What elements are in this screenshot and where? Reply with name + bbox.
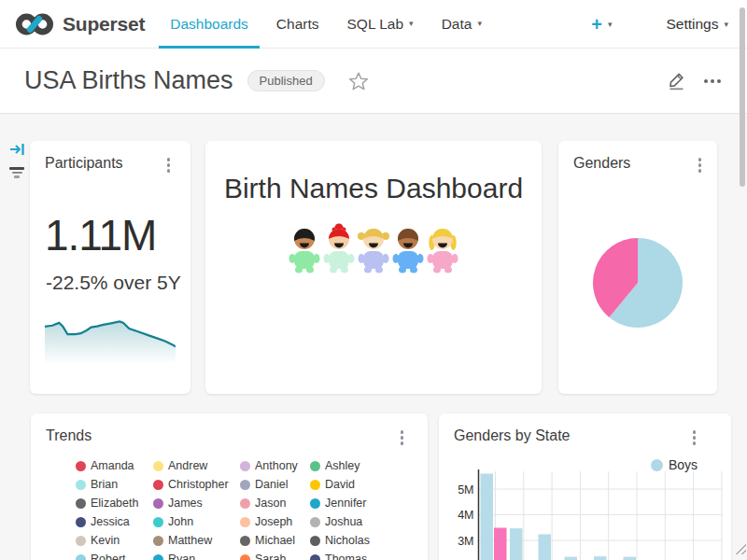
y-axis-tick: 5M (458, 483, 473, 497)
nav-item-data[interactable]: Data▾ (430, 0, 493, 49)
legend-swatch (76, 517, 86, 527)
legend-label: John (168, 515, 193, 528)
settings-menu[interactable]: Settings ▾ (666, 16, 728, 33)
legend-swatch (76, 461, 86, 471)
legend-label: Anthony (255, 459, 298, 472)
bar-boys (624, 557, 637, 560)
y-axis-tick: 3M (458, 535, 473, 548)
legend-label: Nicholas (325, 534, 370, 547)
pencil-icon (667, 71, 687, 91)
legend-swatch (76, 554, 86, 560)
bar-boys (594, 556, 607, 560)
legend-item-jason[interactable]: Jason (240, 497, 286, 510)
y-axis-tick: 4M (458, 509, 473, 522)
legend-item-thomas[interactable]: Thomas (310, 553, 367, 560)
legend-item-amanda[interactable]: Amanda (76, 459, 134, 472)
baby-emoji-row (205, 223, 542, 273)
legend-label: Joseph (255, 515, 292, 528)
legend-label: Andrew (168, 459, 207, 472)
legend-item-jessica[interactable]: Jessica (76, 515, 130, 528)
chart-title: Genders by State (454, 427, 571, 444)
nav-right: + ▾ Settings ▾ (591, 0, 728, 49)
published-badge[interactable]: Published (247, 70, 325, 91)
legend-label: Boys (669, 457, 698, 472)
legend-item-james[interactable]: James (153, 497, 203, 510)
legend-swatch (76, 498, 86, 509)
chart-menu-kebab-icon[interactable] (399, 428, 406, 447)
card-genders-by-state: 5M4M3M Genders by State Boys (439, 413, 731, 560)
nav-item-label: Data (442, 16, 472, 33)
legend-item-christopher[interactable]: Christopher (153, 478, 229, 491)
top-nav: Superset DashboardsChartsSQL Lab▾Data▾ +… (0, 0, 747, 49)
legend-item-ashley[interactable]: Ashley (310, 459, 360, 472)
legend-swatch (153, 480, 163, 490)
card-participants: Participants 1.11M -22.5% over 5Y (30, 141, 190, 394)
chart-menu-kebab-icon[interactable] (697, 156, 704, 175)
legend-swatch (310, 461, 320, 471)
superset-logo-link[interactable]: Superset (15, 10, 145, 38)
vertical-scrollbar[interactable] (740, 7, 745, 187)
superset-infinity-icon (15, 10, 54, 38)
legend-label: Daniel (255, 478, 288, 491)
card-resize-handle[interactable] (734, 542, 746, 554)
brand-name: Superset (63, 13, 145, 35)
legend-label: James (168, 497, 203, 510)
legend-item-ryan[interactable]: Ryan (153, 553, 195, 560)
legend-label: David (325, 478, 355, 491)
legend-item-jennifer[interactable]: Jennifer (310, 497, 366, 510)
chart-menu-kebab-icon[interactable] (165, 156, 173, 175)
new-item-button[interactable]: + ▾ (591, 15, 612, 34)
page-title: USA Births Names (24, 66, 233, 95)
nav-item-dashboards[interactable]: Dashboards (159, 0, 260, 49)
legend-label: Jennifer (325, 497, 366, 510)
sparkline-area-chart (45, 318, 176, 364)
card-genders: Genders (558, 141, 717, 394)
bar-girls (494, 528, 507, 560)
legend-item-boys[interactable]: Boys (651, 457, 698, 472)
legend-label: Robert (91, 553, 126, 560)
legend-item-kevin[interactable]: Kevin (76, 534, 120, 547)
legend-item-nicholas[interactable]: Nicholas (310, 534, 370, 547)
legend-label: Jason (255, 497, 286, 510)
legend-swatch (310, 517, 320, 527)
caret-down-icon: ▾ (608, 21, 613, 29)
filter-icon[interactable] (8, 167, 25, 178)
legend-item-robert[interactable]: Robert (76, 553, 126, 560)
legend-swatch (76, 536, 86, 546)
legend-item-andrew[interactable]: Andrew (153, 459, 207, 472)
nav-item-sql-lab[interactable]: SQL Lab▾ (336, 0, 425, 49)
legend-swatch (240, 554, 250, 560)
legend-item-elizabeth[interactable]: Elizabeth (76, 497, 138, 510)
legend-label: Jessica (91, 515, 130, 528)
chart-title: Trends (46, 427, 92, 444)
legend-swatch (240, 498, 250, 509)
star-icon (348, 71, 369, 91)
legend-label: Thomas (325, 553, 367, 560)
chart-menu-kebab-icon[interactable] (691, 428, 698, 447)
legend-swatch (240, 536, 250, 546)
legend-item-anthony[interactable]: Anthony (240, 459, 298, 472)
genders-pie-chart (592, 237, 684, 329)
legend-item-daniel[interactable]: Daniel (240, 478, 288, 491)
bar-boys (539, 534, 552, 560)
legend-label: Michael (255, 534, 295, 547)
legend-item-sarah[interactable]: Sarah (240, 553, 286, 560)
nav-item-charts[interactable]: Charts (265, 0, 331, 49)
legend-swatch (310, 536, 320, 546)
legend-item-brian[interactable]: Brian (76, 478, 118, 491)
legend-label: Kevin (91, 534, 120, 547)
legend-item-joshua[interactable]: Joshua (310, 515, 362, 528)
legend-item-matthew[interactable]: Matthew (153, 534, 212, 547)
edit-dashboard-button[interactable] (667, 71, 687, 91)
legend-item-michael[interactable]: Michael (240, 534, 295, 547)
legend-swatch (76, 480, 86, 490)
legend-item-joseph[interactable]: Joseph (240, 515, 292, 528)
legend-item-david[interactable]: David (310, 478, 355, 491)
favorite-star-button[interactable] (348, 71, 369, 91)
nav-item-label: SQL Lab (347, 16, 404, 33)
legend-item-john[interactable]: John (153, 515, 193, 528)
big-number-value: 1.11M (45, 214, 156, 257)
nav-menu: DashboardsChartsSQL Lab▾Data▾ (156, 0, 496, 49)
more-actions-button[interactable] (702, 76, 723, 87)
expand-filter-bar-icon[interactable] (9, 142, 25, 161)
